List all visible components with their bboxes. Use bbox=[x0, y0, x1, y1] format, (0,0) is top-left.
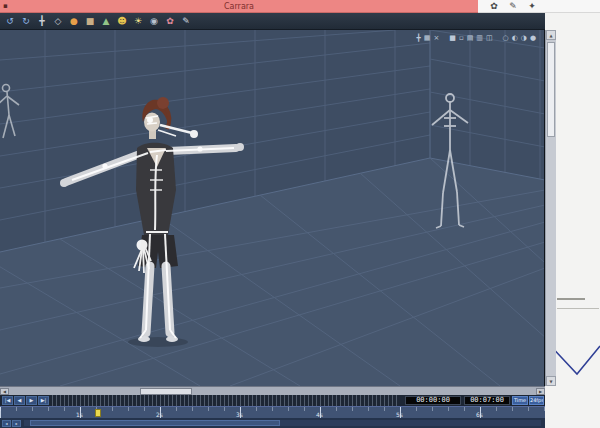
sphere-primitive-icon[interactable]: ● bbox=[68, 15, 80, 28]
cube-primitive-icon[interactable]: ■ bbox=[84, 15, 96, 28]
sphere-outline-icon[interactable]: ○ bbox=[503, 34, 509, 42]
panel-tab-mark bbox=[557, 298, 585, 300]
ruler-label: 2s bbox=[156, 411, 163, 418]
panel-divider bbox=[557, 308, 599, 309]
playhead-marker[interactable] bbox=[95, 409, 101, 417]
scroller-thumb[interactable] bbox=[30, 420, 280, 426]
vscroll-up-arrow-icon[interactable]: ▲ bbox=[546, 30, 556, 40]
go-start-button[interactable]: |◀ bbox=[2, 396, 13, 405]
timeline-ruler[interactable]: 1s 2s 3s 4s 5s 6s bbox=[0, 406, 545, 418]
move-tool-icon[interactable]: ╋ bbox=[36, 15, 48, 28]
render-room-icon[interactable]: ✦ bbox=[526, 0, 538, 13]
viewport-vscrollbar[interactable]: ▲ ▼ bbox=[545, 30, 556, 386]
ruler-label: 6s bbox=[476, 411, 483, 418]
scroller-track[interactable] bbox=[24, 420, 541, 426]
fps-button[interactable]: 24fps bbox=[529, 396, 544, 405]
ruler-label: 3s bbox=[236, 411, 243, 418]
titlebar-corner: ✿ ✎ ✦ bbox=[478, 0, 600, 13]
ruler-label: 1s bbox=[76, 411, 83, 418]
crosshair-icon[interactable]: ╋ bbox=[417, 34, 421, 42]
scene-canvas bbox=[0, 30, 545, 386]
go-end-button[interactable]: ▶| bbox=[38, 396, 49, 405]
frame-tick-strip[interactable] bbox=[52, 395, 400, 406]
ruler-label: 5s bbox=[396, 411, 403, 418]
cone-primitive-icon[interactable]: ▲ bbox=[100, 15, 112, 28]
assemble-room-icon[interactable]: ✿ bbox=[488, 0, 500, 13]
wireframe-view-icon[interactable]: ▫ bbox=[459, 34, 464, 42]
viewport-hscrollbar[interactable]: ◀ ▶ bbox=[0, 386, 545, 395]
window-menu-icon[interactable]: ▪ bbox=[3, 2, 8, 10]
end-time-field[interactable]: 00:07:00 bbox=[464, 396, 510, 405]
current-time-field[interactable]: 00:00:00 bbox=[405, 396, 461, 405]
scroll-right-button[interactable]: ▸ bbox=[12, 420, 21, 427]
titlebar[interactable]: ▪ Carrara bbox=[0, 0, 478, 13]
hscroll-right-arrow-icon[interactable]: ▶ bbox=[536, 388, 545, 395]
scale-tool-icon[interactable]: ◇ bbox=[52, 15, 64, 28]
undo-icon[interactable]: ↺ bbox=[4, 15, 16, 28]
carrara-window: ▪ Carrara ✿ ✎ ✦ ↺ ↻ ╋ ◇ ● ■ ▲ ☻ ☀ ◉ ✿ ✎ bbox=[0, 0, 600, 428]
main-toolbar: ↺ ↻ ╋ ◇ ● ■ ▲ ☻ ☀ ◉ ✿ ✎ bbox=[0, 13, 545, 30]
gouraud-view-icon[interactable]: ▥ bbox=[476, 34, 483, 42]
sphere-half2-icon[interactable]: ◑ bbox=[521, 34, 527, 42]
redo-icon[interactable]: ↻ bbox=[20, 15, 32, 28]
window-title: Carrara bbox=[224, 2, 254, 11]
camera-icon[interactable]: ◉ bbox=[148, 15, 160, 28]
shader-icon[interactable]: ✿ bbox=[164, 15, 176, 28]
render-icon[interactable]: ✎ bbox=[180, 15, 192, 28]
vscroll-down-arrow-icon[interactable]: ▼ bbox=[546, 376, 556, 386]
background-skeleton-left bbox=[0, 85, 19, 139]
3d-viewport[interactable]: ╋ ▦ × ■ ▫ ▤ ▥ ◫ ○ ◐ ◑ ● bbox=[0, 30, 545, 386]
timeline-controls: |◀ ◀ ▶ ▶| 00:00:00 00:07:00 Time 24fps bbox=[0, 395, 545, 406]
time-mode-button[interactable]: Time bbox=[512, 396, 528, 405]
timeline-scroller[interactable]: ◂ ▸ bbox=[0, 418, 545, 428]
playback-nav: |◀ ◀ ▶ ▶| bbox=[2, 396, 49, 405]
edit-pencil-icon[interactable]: ✎ bbox=[507, 0, 519, 13]
character-shadow bbox=[128, 337, 188, 347]
viewport-toolbar: ╋ ▦ × ■ ▫ ▤ ▥ ◫ ○ ◐ ◑ ● bbox=[417, 34, 536, 42]
solid-view-icon[interactable]: ■ bbox=[449, 34, 456, 42]
flat-shade-view-icon[interactable]: ▤ bbox=[467, 34, 474, 42]
hscroll-thumb[interactable] bbox=[140, 388, 192, 395]
play-button[interactable]: ▶ bbox=[26, 396, 37, 405]
close-icon[interactable]: × bbox=[433, 34, 439, 42]
grid-icon[interactable]: ▦ bbox=[424, 34, 431, 42]
vscroll-thumb[interactable] bbox=[547, 42, 555, 137]
hscroll-left-arrow-icon[interactable]: ◀ bbox=[0, 388, 9, 395]
split-view-icon[interactable]: ◫ bbox=[486, 34, 493, 42]
ruler-label: 4s bbox=[316, 411, 323, 418]
scroll-left-button[interactable]: ◂ bbox=[2, 420, 11, 427]
light-icon[interactable]: ☀ bbox=[132, 15, 144, 28]
figure-icon[interactable]: ☻ bbox=[116, 15, 128, 28]
sphere-half-icon[interactable]: ◐ bbox=[512, 34, 518, 42]
sphere-shaded-icon[interactable]: ● bbox=[530, 34, 536, 42]
step-back-button[interactable]: ◀ bbox=[14, 396, 25, 405]
